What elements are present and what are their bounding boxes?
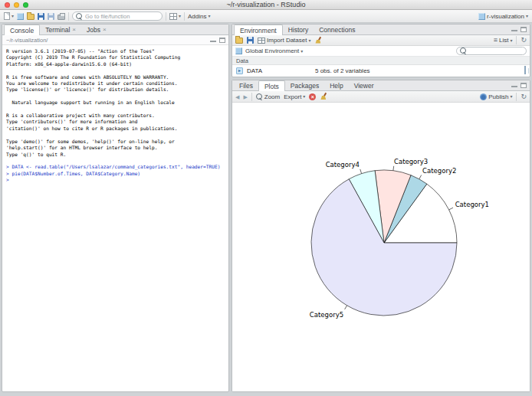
tab-label: Packages [291,82,319,90]
pie-chart: Category1Category2Category3Category4Cate… [232,103,530,392]
working-directory-label: ~/r-visualization/ [6,37,48,44]
console-line: Type 'license()' or 'licence()' for dist… [6,87,227,93]
broom-icon [320,93,327,100]
maximize-pane-icon[interactable] [219,38,225,43]
tab-environment[interactable]: Environment [234,25,283,35]
broom-icon [314,37,322,44]
plots-toolbar: ◀ ▶ Zoom Export▾ × Publish▾ ↻ [232,91,530,103]
panes-layout-icon [169,13,177,20]
plot-area: Category1Category2Category3Category4Cate… [232,103,530,391]
forward-arrow-icon: ▶ [243,94,247,100]
console-line: Copyright (C) 2019 The R Foundation for … [6,54,227,61]
load-workspace-button[interactable] [235,37,243,44]
refresh-environment-button[interactable]: ↻ [521,37,527,44]
tab-label: Jobs [87,26,100,34]
list-icon: ≡ [494,37,498,44]
tab-files[interactable]: Files [234,80,258,90]
save-button[interactable] [38,13,44,20]
project-cube-icon [478,13,485,20]
zoom-plot-button[interactable]: Zoom [256,93,280,100]
console-line [6,93,227,100]
tab-console[interactable]: Console [4,25,40,35]
remove-plot-icon: × [309,93,316,100]
tab-packages[interactable]: Packages [285,80,324,90]
tab-help[interactable]: Help [324,80,348,90]
save-workspace-button[interactable] [247,37,254,44]
view-data-grid-icon[interactable] [524,66,526,74]
maximize-pane-icon[interactable] [521,27,527,32]
export-label: Export [284,93,301,100]
close-icon[interactable]: × [103,27,107,33]
pie-label-tick [345,306,347,309]
chevron-down-icon: ▾ [209,14,211,18]
tab-viewer[interactable]: Viewer [349,80,379,90]
publish-label: Publish [488,93,508,100]
close-icon[interactable]: × [72,27,76,33]
search-icon [460,47,467,54]
pie-label-tick [419,175,422,179]
environment-search-box [456,47,527,55]
project-menu-button[interactable]: r-visualization▾ [478,13,528,20]
console-line [6,158,227,164]
export-plot-button[interactable]: Export▾ [284,93,305,100]
publish-button[interactable]: Publish▾ [480,93,512,100]
chevron-down-icon: ▾ [300,49,303,54]
save-all-button[interactable] [48,13,54,20]
new-project-button[interactable] [17,13,24,20]
console-output[interactable]: R version 3.6.1 (2019-07-05) -- "Action … [2,46,228,391]
goto-file-input[interactable] [85,13,159,20]
chevron-down-icon: ▾ [526,14,528,18]
environment-selector-dropdown[interactable]: Global Environment▾ [245,47,303,54]
toolbar-separator [68,12,69,21]
clear-workspace-button[interactable] [314,37,322,44]
tab-connections[interactable]: Connections [314,25,360,34]
title-bar: ~/r-visualization - RStudio [0,0,532,10]
tab-jobs[interactable]: Jobs× [81,25,112,34]
minimize-pane-icon[interactable] [511,86,517,87]
open-folder-icon [27,14,34,20]
console-line: > [6,177,227,183]
pie-label: Category1 [455,201,489,208]
environment-search-input[interactable] [469,47,523,54]
save-icon [247,37,254,44]
console-line: 'help.start()' for an HTML browser inter… [6,145,227,151]
open-file-button[interactable] [27,13,34,20]
window-title: ~/r-visualization - RStudio [0,0,532,10]
maximize-pane-icon[interactable] [521,83,527,88]
close-window-button[interactable] [5,2,10,8]
environment-selector-label: Global Environment [245,47,299,54]
console-line: R version 3.6.1 (2019-07-05) -- "Action … [6,48,227,54]
console-line [6,67,227,74]
previous-plot-button[interactable]: ◀ [235,94,239,100]
clear-all-plots-button[interactable] [320,93,327,100]
chevron-down-icon: ▾ [11,14,14,18]
publish-icon [480,93,487,100]
minimize-window-button[interactable] [14,2,19,8]
zoom-window-button[interactable] [23,2,28,8]
tab-terminal[interactable]: Terminal× [40,25,81,34]
console-tabbar: Console Terminal× Jobs× [2,25,228,35]
pie-label: Category3 [394,158,428,165]
workspace-panes-button[interactable]: ▾ [169,13,181,20]
console-line: > DATA <- read.table("/Users/lsalazar/co… [6,164,227,170]
expand-object-icon[interactable]: ▸ [236,67,243,74]
minimize-pane-icon[interactable] [210,41,216,42]
remove-plot-button[interactable]: × [309,93,316,100]
environment-object-row[interactable]: ▸ DATA 5 obs. of 2 variables [232,65,530,76]
print-button[interactable] [57,13,65,20]
console-line: You are welcome to redistribute it under… [6,80,227,87]
environment-selector-row: Global Environment▾ [232,46,530,57]
console-line [6,132,227,138]
list-view-button[interactable]: ≡List▾ [494,37,513,44]
new-file-button[interactable]: ▾ [4,12,14,20]
addins-button[interactable]: Addins▾ [188,13,210,20]
refresh-plots-button[interactable]: ↻ [521,93,527,100]
next-plot-button[interactable]: ▶ [243,94,247,100]
pie-label: Category4 [326,161,360,169]
addins-label: Addins [188,13,206,20]
import-dataset-button[interactable]: Import Dataset▾ [258,37,310,44]
tab-plots[interactable]: Plots [258,80,285,91]
minimize-pane-icon[interactable] [511,30,517,31]
tab-label: Viewer [354,82,374,90]
tab-history[interactable]: History [283,25,314,34]
